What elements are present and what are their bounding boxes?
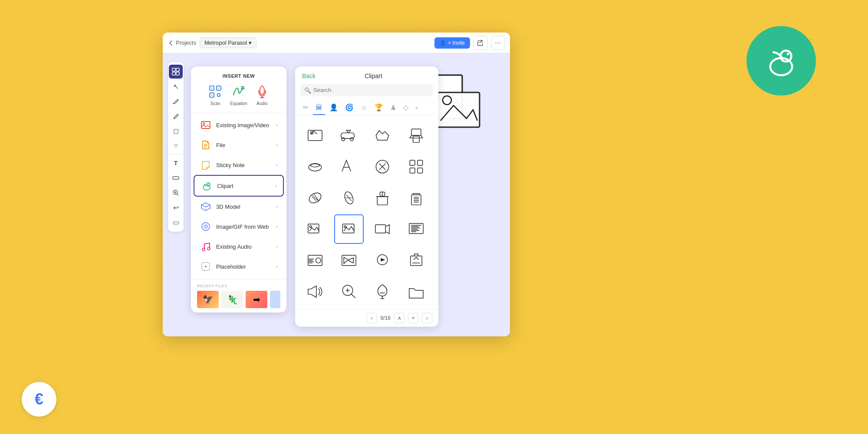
svg-point-44	[311, 164, 320, 167]
clipart-item-12[interactable]	[401, 183, 431, 213]
project-selector[interactable]: Metropol Parasol ▾	[200, 37, 256, 48]
toolbar-zoom-button[interactable]	[169, 186, 183, 200]
clipart-item-1[interactable]	[300, 121, 330, 150]
toolbar-frame-button[interactable]: ▭	[169, 215, 183, 229]
insert-image-item[interactable]: Existing Image/Video ›	[194, 115, 284, 135]
clipart-item-25[interactable]	[300, 308, 330, 309]
recent-file-3[interactable]: ➡	[246, 291, 267, 308]
insert-file-item[interactable]: File ›	[194, 135, 284, 155]
clipart-item-4[interactable]	[401, 121, 431, 150]
svg-point-29	[208, 184, 209, 184]
chevron-icon: ›	[275, 183, 277, 189]
scan-icon	[207, 84, 223, 99]
svg-line-77	[351, 294, 355, 298]
clipart-item-17[interactable]	[300, 246, 330, 275]
clipart-item-28[interactable]	[401, 308, 431, 309]
clipart-item-3[interactable]	[368, 121, 397, 150]
svg-rect-17	[211, 88, 212, 89]
existing-audio-label: Existing Audio	[216, 243, 252, 250]
recent-files-row: 🦅 🦎 ➡	[197, 291, 280, 309]
clipart-item-8[interactable]	[401, 152, 431, 181]
clipart-item-13[interactable]	[300, 214, 330, 244]
prev-page-button[interactable]: ‹	[367, 313, 377, 323]
clipart-item-6[interactable]	[334, 152, 364, 181]
toolbar-eraser-button[interactable]: ◻	[169, 124, 183, 138]
next-page-button[interactable]: ›	[422, 313, 432, 323]
svg-rect-5	[172, 72, 175, 75]
insert-sticky-item[interactable]: Sticky Note ›	[194, 155, 284, 175]
svg-point-59	[310, 226, 312, 227]
clipart-item-21[interactable]	[300, 277, 330, 306]
insert-equation-item[interactable]: Equation	[230, 84, 247, 106]
placeholder-label: Placeholder	[216, 263, 246, 270]
insert-gif-item[interactable]: Image/GIF from Web ›	[194, 217, 284, 237]
clipart-item-18[interactable]	[334, 246, 364, 275]
cat-tab-objects[interactable]: ♟	[388, 101, 399, 115]
clipart-item-2[interactable]	[334, 121, 364, 150]
clipart-item-27[interactable]	[368, 308, 397, 309]
cat-tab-people[interactable]: 👤	[327, 101, 341, 115]
clipart-item-16[interactable]	[401, 214, 431, 244]
svg-point-1	[780, 51, 791, 62]
clipart-item-19[interactable]	[368, 246, 397, 275]
cat-tab-symbols[interactable]: ◇	[401, 101, 411, 115]
insert-placeholder-item[interactable]: Placeholder ›	[194, 256, 284, 276]
insert-clipart-item[interactable]: Clipart ›	[194, 175, 284, 197]
clipart-item-10[interactable]	[334, 183, 364, 213]
cat-tab-shapes[interactable]: 🏛	[313, 101, 325, 115]
svg-point-2	[787, 53, 789, 55]
cat-tab-food[interactable]: 🏆	[372, 101, 386, 115]
invite-button[interactable]: 👤 + Invite	[434, 37, 470, 49]
add-page-button[interactable]: +	[408, 313, 418, 323]
clipart-item-5[interactable]	[300, 152, 330, 181]
back-label: Projects	[176, 39, 196, 46]
clipart-item-24[interactable]	[401, 277, 431, 306]
toolbar-highlighter-button[interactable]	[169, 109, 183, 123]
recent-file-4[interactable]	[270, 291, 280, 308]
recent-files-section: RECENT FILES 🦅 🦎 ➡	[191, 279, 286, 312]
more-options-button[interactable]: ···	[491, 36, 505, 50]
chevron-icon: ›	[276, 224, 278, 230]
cat-tab-more[interactable]: ›	[413, 101, 420, 115]
equation-label: Equation	[230, 101, 247, 106]
clipart-item-22[interactable]	[334, 277, 364, 306]
recent-file-1[interactable]: 🦅	[197, 291, 219, 308]
clipart-item-26[interactable]	[334, 308, 364, 309]
toolbar-pen-button[interactable]	[169, 94, 183, 108]
recent-file-2[interactable]: 🦎	[221, 291, 243, 308]
toolbar-insert-button[interactable]	[169, 65, 183, 79]
toolbar-shapes-button[interactable]: ○	[169, 138, 183, 152]
cat-tab-draw[interactable]: ✏	[300, 101, 311, 115]
toolbar-select-button[interactable]	[169, 171, 183, 185]
back-to-projects[interactable]: Projects	[168, 39, 196, 46]
clipart-back-button[interactable]: Back	[302, 72, 316, 79]
toolbar-cursor-button[interactable]: ↖	[169, 79, 183, 93]
insert-scan-item[interactable]: Scan	[207, 84, 223, 106]
3d-label: 3D Model	[216, 204, 240, 210]
expand-page-button[interactable]: ∧	[394, 313, 404, 323]
toolbar-text-button[interactable]: T	[169, 156, 183, 170]
svg-point-40	[350, 138, 353, 141]
share-button[interactable]	[473, 36, 487, 50]
insert-audio-item[interactable]: Audio	[254, 84, 270, 106]
clipart-search-input[interactable]	[300, 84, 433, 96]
clipart-item-7[interactable]	[368, 152, 397, 181]
user-badge[interactable]: €	[22, 382, 56, 417]
clipart-item-15[interactable]	[368, 214, 397, 244]
clipart-item-9[interactable]	[300, 183, 330, 213]
clipart-item-20[interactable]	[401, 246, 431, 275]
scan-label: Scan	[210, 101, 220, 106]
insert-3d-item[interactable]: 3D Model ›	[194, 197, 284, 217]
file-icon	[200, 139, 212, 151]
canvas-area: ↖ ◻ ○ T	[163, 53, 510, 336]
top-bar-actions: 👤 + Invite ···	[434, 36, 505, 50]
clipart-item-14[interactable]	[334, 214, 364, 244]
insert-existing-audio-item[interactable]: Existing Audio ›	[194, 237, 284, 256]
cat-tab-nature[interactable]: 🌀	[342, 101, 356, 115]
clipart-item-23[interactable]	[368, 277, 397, 306]
cat-tab-emoji[interactable]: ☺	[358, 101, 370, 115]
toolbar-undo-button[interactable]: ↩	[169, 201, 183, 214]
svg-rect-6	[176, 72, 179, 75]
sticky-icon	[200, 159, 212, 171]
clipart-item-11[interactable]	[368, 183, 397, 213]
